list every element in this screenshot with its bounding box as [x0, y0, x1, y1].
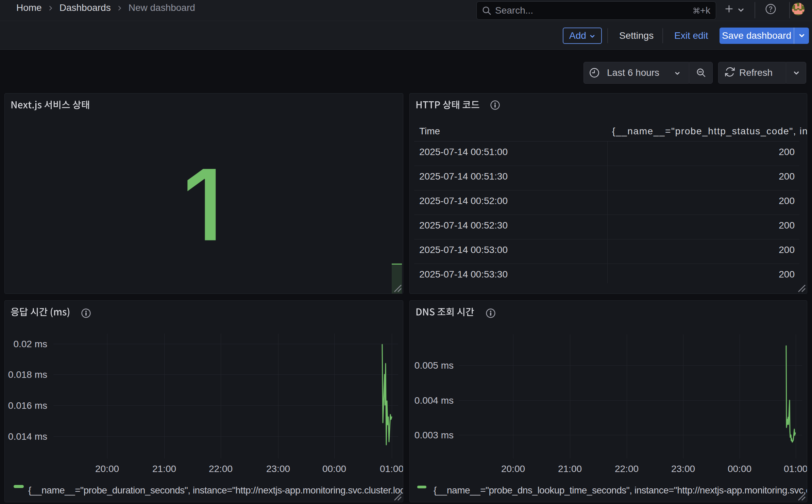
svg-text:01:00: 01:00 [784, 464, 807, 474]
svg-text:0.004 ms: 0.004 ms [415, 395, 454, 406]
svg-text:01:00: 01:00 [380, 464, 403, 474]
svg-text:0.018 ms: 0.018 ms [8, 369, 47, 380]
svg-text:22:00: 22:00 [615, 464, 639, 474]
svg-text:0.02 ms: 0.02 ms [13, 339, 47, 349]
svg-text:00:00: 00:00 [728, 464, 751, 474]
svg-text:20:00: 20:00 [95, 464, 119, 474]
svg-text:{__name__="probe_duration_seco: {__name__="probe_duration_seconds", inst… [28, 485, 403, 495]
svg-text:22:00: 22:00 [209, 464, 233, 474]
svg-text:21:00: 21:00 [152, 464, 176, 474]
svg-text:0.016 ms: 0.016 ms [8, 400, 47, 411]
svg-text:20:00: 20:00 [501, 464, 525, 474]
svg-text:23:00: 23:00 [266, 464, 290, 474]
svg-text:0.014 ms: 0.014 ms [8, 431, 47, 442]
svg-text:21:00: 21:00 [558, 464, 582, 474]
svg-text:0.005 ms: 0.005 ms [415, 360, 454, 371]
svg-text:{__name__="probe_dns_lookup_ti: {__name__="probe_dns_lookup_time_seconds… [434, 485, 807, 495]
svg-text:00:00: 00:00 [322, 464, 346, 474]
svg-text:0.003 ms: 0.003 ms [415, 430, 454, 440]
svg-text:23:00: 23:00 [671, 464, 695, 474]
